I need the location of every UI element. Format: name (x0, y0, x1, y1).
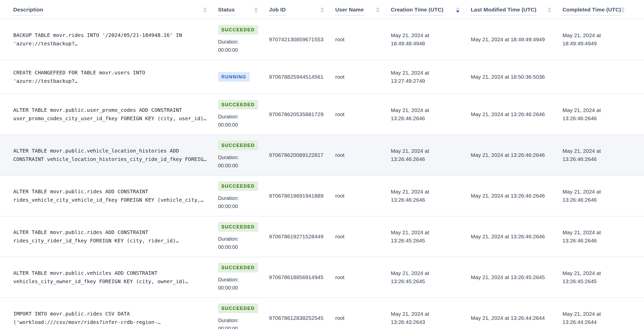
sort-asc-icon[interactable] (376, 7, 380, 9)
sort-arrows-icon[interactable] (203, 7, 207, 13)
duration-text: Duration: 00:00:00 (218, 38, 256, 54)
job-description: ALTER TABLE movr.public.rides ADD CONSTR… (13, 187, 211, 204)
duration-text: Duration: 00:00:00 (218, 276, 256, 292)
cell-job-id[interactable]: 970678620535881729 (269, 105, 335, 124)
sort-asc-icon[interactable] (621, 7, 625, 9)
table-row[interactable]: ALTER TABLE movr.public.vehicle_location… (0, 135, 644, 176)
column-header-description[interactable]: Description (0, 0, 218, 19)
job-description-line: ALTER TABLE movr.public.vehicles ADD CON… (13, 269, 211, 277)
cell-description: BACKUP TABLE movr.rides INTO '/2024/05/2… (0, 25, 218, 53)
cell-description: IMPORT INTO movr.public.rides CSV DATA('… (0, 304, 218, 329)
cell-description: CREATE CHANGEFEED FOR TABLE movr.users I… (0, 63, 218, 91)
cell-status: SUCCEEDED Duration: 00:00:00 (218, 298, 269, 329)
sort-desc-icon[interactable] (320, 10, 324, 13)
sort-desc-icon[interactable] (621, 10, 625, 13)
job-description-line: ('workload:///csv/movr/rides?infer-crdb-… (13, 318, 211, 326)
cell-last-modified-time: May 21, 2024 at 13:26:46:2646 (471, 227, 562, 246)
cell-last-modified-time: May 21, 2024 at 13:26:46:2646 (471, 145, 562, 165)
table-row[interactable]: ALTER TABLE movr.public.rides ADD CONSTR… (0, 176, 644, 216)
cell-status: SUCCEEDED Duration: 00:00:00 (218, 176, 269, 216)
sort-desc-icon[interactable] (376, 10, 380, 13)
cell-completed-time: May 21, 2024 at 18:49:49:4949 (562, 26, 644, 53)
column-header-status[interactable]: Status (218, 0, 269, 19)
table-row[interactable]: ALTER TABLE movr.public.rides ADD CONSTR… (0, 216, 644, 257)
sort-desc-icon[interactable] (456, 10, 460, 13)
jobs-table: Description Status Job ID User Name Crea… (0, 0, 644, 329)
cell-last-modified-time: May 21, 2024 at 13:26:44:2644 (471, 308, 562, 328)
column-header-label[interactable]: Status (218, 7, 235, 16)
cell-completed-time: May 21, 2024 at 13:26:46:2646 (562, 223, 644, 250)
column-header-label[interactable]: User Name (335, 7, 364, 16)
column-header-creation_time[interactable]: Creation Time (UTC) (391, 0, 471, 19)
sort-arrows-icon[interactable] (621, 7, 625, 13)
job-description-line: rides_city_rider_id_fkey FOREIGN KEY (ci… (13, 237, 211, 245)
sort-arrows-icon[interactable] (548, 7, 551, 13)
cell-last-modified-time: May 21, 2024 at 13:26:46:2646 (471, 186, 562, 205)
column-header-job_id[interactable]: Job ID (269, 0, 335, 19)
cell-user-name: root (335, 145, 391, 165)
cell-job-id[interactable]: 970678619691941889 (269, 186, 335, 205)
cell-user-name: root (335, 105, 391, 124)
cell-job-id[interactable]: 970678825944514561 (269, 67, 335, 87)
cell-creation-time: May 21, 2024 at 13:26:45:2645 (391, 264, 471, 291)
table-row[interactable]: BACKUP TABLE movr.rides INTO '/2024/05/2… (0, 19, 644, 60)
cell-completed-time: May 21, 2024 at 13:26:45:2645 (562, 264, 644, 291)
job-description-line: IMPORT INTO movr.public.rides CSV DATA (13, 310, 211, 318)
table-row[interactable]: ALTER TABLE movr.public.user_promo_codes… (0, 94, 644, 135)
job-description-line: vehicles_city_owner_id_fkey FOREIGN KEY … (13, 277, 211, 286)
sort-arrows-icon[interactable] (376, 7, 380, 13)
sort-asc-icon[interactable] (254, 7, 258, 9)
sort-asc-icon[interactable] (320, 7, 324, 9)
job-description: BACKUP TABLE movr.rides INTO '/2024/05/2… (13, 31, 211, 48)
column-header-label[interactable]: Job ID (269, 7, 286, 16)
cell-job-id[interactable]: 970678612838252545 (269, 308, 335, 328)
status-badge: RUNNING (218, 72, 250, 82)
job-description-line: CONSTRAINT vehicle_location_histories_ci… (13, 155, 211, 163)
job-description-line: rides_vehicle_city_vehicle_id_fkey FOREI… (13, 196, 211, 204)
column-header-user_name[interactable]: User Name (335, 0, 391, 19)
column-header-label[interactable]: Completed Time (UTC) (562, 7, 621, 16)
cell-job-id[interactable]: 970678619271528449 (269, 227, 335, 246)
sort-desc-icon[interactable] (254, 10, 258, 13)
table-row[interactable]: IMPORT INTO movr.public.rides CSV DATA('… (0, 298, 644, 329)
column-header-last_modified_time[interactable]: Last Modified Time (UTC) (471, 0, 562, 19)
job-description-line: 'azure://testbackup?… (13, 77, 211, 85)
cell-status: SUCCEEDED Duration: 00:00:00 (218, 257, 269, 297)
cell-completed-time: May 21, 2024 at 13:26:46:2646 (562, 182, 644, 210)
cell-user-name: root (335, 268, 391, 287)
column-header-completed_time[interactable]: Completed Time (UTC) (562, 0, 644, 19)
sort-arrows-icon[interactable] (456, 7, 460, 13)
sort-desc-icon[interactable] (548, 10, 551, 13)
sort-asc-icon[interactable] (203, 7, 207, 9)
sort-arrows-icon[interactable] (320, 7, 324, 13)
sort-arrows-icon[interactable] (254, 7, 258, 13)
cell-creation-time: May 21, 2024 at 13:26:46:2646 (391, 141, 471, 169)
cell-description: ALTER TABLE movr.public.user_promo_codes… (0, 100, 218, 128)
cell-job-id[interactable]: 970678618856914945 (269, 268, 335, 287)
cell-description: ALTER TABLE movr.public.vehicle_location… (0, 141, 218, 169)
job-description-line: ALTER TABLE movr.public.rides ADD CONSTR… (13, 228, 211, 237)
jobs-table-body: BACKUP TABLE movr.rides INTO '/2024/05/2… (0, 19, 644, 329)
cell-job-id[interactable]: 970678620089122817 (269, 145, 335, 165)
column-header-label[interactable]: Last Modified Time (UTC) (471, 7, 536, 16)
cell-status: SUCCEEDED Duration: 00:00:00 (218, 135, 269, 175)
duration-text: Duration: 00:00:00 (218, 194, 256, 210)
sort-desc-icon[interactable] (203, 10, 207, 13)
column-header-label[interactable]: Creation Time (UTC) (391, 7, 443, 16)
cell-user-name: root (335, 308, 391, 328)
job-description-line: ALTER TABLE movr.public.rides ADD CONSTR… (13, 187, 211, 196)
cell-last-modified-time: May 21, 2024 at 18:50:36:5036 (471, 67, 562, 87)
sort-asc-icon[interactable] (548, 7, 551, 9)
cell-user-name: root (335, 186, 391, 205)
cell-job-id[interactable]: 970742130859671553 (269, 30, 335, 49)
cell-last-modified-time: May 21, 2024 at 18:49:49:4949 (471, 30, 562, 49)
column-header-label[interactable]: Description (13, 7, 43, 16)
job-description: ALTER TABLE movr.public.rides ADD CONSTR… (13, 228, 211, 245)
cell-completed-time: May 21, 2024 at 13:26:46:2646 (562, 141, 644, 169)
cell-creation-time: May 21, 2024 at 13:26:46:2646 (391, 101, 471, 128)
table-row[interactable]: CREATE CHANGEFEED FOR TABLE movr.users I… (0, 60, 644, 94)
table-row[interactable]: ALTER TABLE movr.public.vehicles ADD CON… (0, 257, 644, 298)
cell-last-modified-time: May 21, 2024 at 13:26:45:2645 (471, 268, 562, 287)
cell-completed-time: May 21, 2024 at 13:26:44:2644 (562, 304, 644, 329)
sort-asc-icon[interactable] (456, 7, 460, 9)
